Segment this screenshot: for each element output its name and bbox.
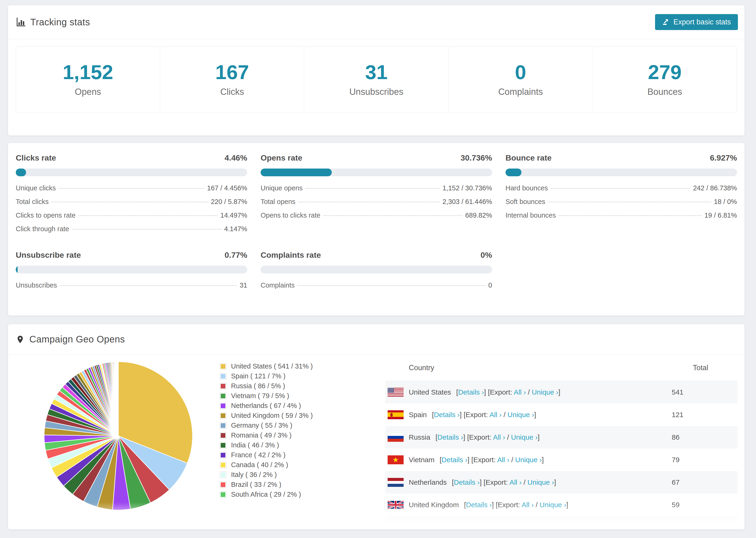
table-row: Netherlands[Details ›] [Export: All › / … [385, 471, 737, 494]
legend-item[interactable]: Italy ( 36 / 2% ) [220, 471, 313, 479]
legend-item[interactable]: Russia ( 86 / 5% ) [220, 382, 313, 390]
legend-item[interactable]: United States ( 541 / 31% ) [220, 362, 313, 370]
detail-value: 689.82% [465, 211, 492, 219]
country-links: [Details ›] [Export: All › / Unique ›] [464, 501, 568, 509]
export-all-link[interactable]: All › [493, 433, 505, 441]
flag-vn-icon: ★ [388, 456, 404, 464]
details-link[interactable]: Details › [442, 456, 467, 463]
table-row: Russia[Details ›] [Export: All › / Uniqu… [385, 426, 737, 449]
legend-swatch-icon [220, 442, 226, 449]
legend-item[interactable]: Vietnam ( 79 / 5% ) [220, 392, 313, 400]
geo-table-rows: United States[Details ›] [Export: All › … [385, 381, 737, 529]
legend-label: Romania ( 49 / 3% ) [231, 431, 292, 439]
stat-card: 167Clicks [160, 46, 304, 112]
legend-item[interactable]: United Kingdom ( 59 / 3% ) [220, 412, 313, 419]
export-all-link[interactable]: All › [510, 478, 522, 486]
geo-header: Campaign Geo Opens [8, 324, 744, 355]
progress-bar [16, 169, 247, 176]
legend-item[interactable]: India ( 46 / 3% ) [220, 441, 313, 449]
geo-content: United States ( 541 / 31% )Spain ( 121 /… [8, 355, 744, 529]
export-all-link[interactable]: All › [497, 456, 510, 463]
legend-item[interactable]: Netherlands ( 67 / 4% ) [220, 402, 313, 409]
details-link[interactable]: Details › [437, 433, 463, 441]
total-cell: 86 [672, 433, 733, 441]
dotted-leader [59, 188, 204, 189]
legend-swatch-icon [220, 393, 226, 399]
rate-detail-rows: Unique clicks167 / 4.456%Total clicks220… [16, 184, 247, 239]
rate-panel: Bounce rate6.927%Hard bounces242 / 86.73… [506, 153, 737, 239]
legend-label: United Kingdom ( 59 / 3% ) [231, 412, 313, 419]
detail-value: 220 / 5.87% [211, 198, 247, 206]
export-unique-link[interactable]: Unique › [511, 433, 538, 441]
detail-value: 1,152 / 30.736% [443, 184, 492, 192]
table-row: ★Vietnam[Details ›] [Export: All › / Uni… [385, 449, 737, 471]
details-link[interactable]: Details › [466, 501, 492, 509]
progress-bar [506, 169, 737, 176]
rate-title: Complaints rate [261, 250, 321, 260]
rate-detail-row: Total opens2,303 / 61.446% [261, 198, 492, 211]
legend-item[interactable]: Spain ( 121 / 7% ) [220, 372, 313, 380]
legend-swatch-icon [220, 403, 226, 409]
country-links: [Details ›] [Export: All › / Unique ›] [440, 456, 544, 464]
rate-detail-row: Click through rate4.147% [16, 225, 247, 239]
country-cell: Germany[Details ›] [Export: All › / Uniq… [388, 523, 672, 529]
export-unique-link[interactable]: Unique › [508, 411, 534, 418]
export-unique-link[interactable]: Unique › [518, 523, 545, 529]
detail-value: 242 / 86.738% [693, 184, 737, 192]
export-unique-link[interactable]: Unique › [532, 388, 558, 396]
country-name: Spain [409, 411, 427, 419]
legend-swatch-icon [220, 481, 226, 488]
country-links: [Details ›] [Export: All › / Unique ›] [436, 433, 540, 441]
legend-label: Brazil ( 33 / 2% ) [231, 481, 281, 488]
rate-detail-rows: Hard bounces242 / 86.738%Soft bounces18 … [506, 184, 737, 225]
table-row: United States[Details ›] [Export: All › … [385, 381, 737, 404]
export-unique-link[interactable]: Unique › [540, 501, 566, 509]
country-cell: United States[Details ›] [Export: All › … [388, 388, 672, 397]
export-all-link[interactable]: All › [514, 388, 526, 396]
country-cell: United Kingdom[Details ›] [Export: All ›… [388, 501, 672, 510]
export-all-link[interactable]: All › [490, 411, 502, 418]
legend-item[interactable]: Germany ( 55 / 3% ) [220, 422, 313, 429]
details-link[interactable]: Details › [458, 388, 484, 396]
legend-label: India ( 46 / 3% ) [231, 441, 279, 449]
export-all-link[interactable]: All › [522, 501, 534, 509]
dotted-leader [51, 202, 208, 202]
detail-value: 31 [240, 282, 247, 289]
detail-value: 167 / 4.456% [207, 184, 247, 192]
detail-label: Total clicks [16, 198, 49, 206]
legend-label: Spain ( 121 / 7% ) [231, 372, 286, 380]
details-link[interactable]: Details › [434, 411, 460, 418]
stat-label: Unsubscribes [350, 87, 404, 97]
legend-label: South Africa ( 29 / 2% ) [231, 491, 301, 498]
legend-swatch-icon [220, 471, 226, 478]
legend-item[interactable]: Canada ( 40 / 2% ) [220, 461, 313, 469]
rates-grid: Clicks rate4.46%Unique clicks167 / 4.456… [8, 143, 744, 295]
rate-detail-rows: Complaints0 [261, 282, 492, 295]
country-links: [Details ›] [Export: All › / Unique ›] [452, 478, 556, 486]
legend-label: Canada ( 40 / 2% ) [231, 461, 288, 469]
export-unique-link[interactable]: Unique › [527, 478, 554, 486]
details-link[interactable]: Details › [445, 523, 471, 529]
detail-value: 0 [488, 282, 492, 289]
country-name: Vietnam [409, 456, 435, 464]
progress-bar [16, 266, 247, 273]
stat-card: 1,152Opens [16, 46, 160, 112]
rate-detail-row: Total clicks220 / 5.87% [16, 198, 247, 211]
legend-item[interactable]: South Africa ( 29 / 2% ) [220, 491, 313, 498]
export-basic-stats-button[interactable]: Export basic stats [655, 14, 738, 30]
export-unique-link[interactable]: Unique › [515, 456, 542, 463]
legend-label: Vietnam ( 79 / 5% ) [231, 392, 289, 400]
stat-value: 167 [215, 62, 249, 82]
stat-label: Opens [75, 87, 101, 97]
export-all-link[interactable]: All › [500, 523, 513, 529]
legend-item[interactable]: Brazil ( 33 / 2% ) [220, 481, 313, 488]
legend-item[interactable]: Romania ( 49 / 3% ) [220, 431, 313, 439]
legend-item[interactable]: France ( 42 / 2% ) [220, 451, 313, 459]
flag-es-icon [388, 410, 404, 419]
rate-title: Opens rate [261, 153, 302, 162]
details-link[interactable]: Details › [454, 478, 480, 486]
rate-value: 0.77% [225, 250, 247, 260]
progress-bar-fill [506, 169, 521, 176]
dotted-leader [559, 215, 702, 216]
total-cell: 121 [672, 411, 733, 419]
